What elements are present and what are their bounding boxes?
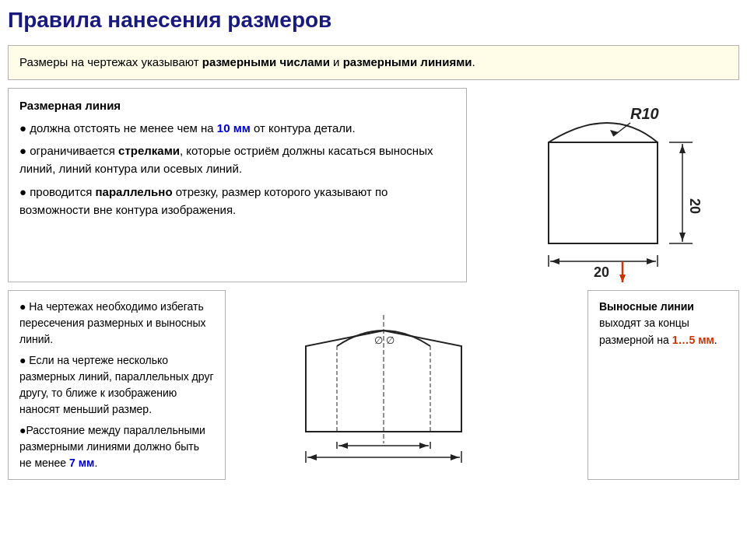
bottom-rule3: ●Расстояние между параллельными размерны… xyxy=(19,422,214,471)
svg-marker-29 xyxy=(339,443,348,449)
bottom-rule2: ● Если на чертеже несколько размерных ли… xyxy=(19,352,214,418)
bottom-rule1: ● На чертежах необходимо избегать пересе… xyxy=(19,299,214,348)
bottom-right-text: Выносные линии выходят за концы размерно… xyxy=(587,290,739,480)
intro-box: Размеры на чертежах указывают размерными… xyxy=(8,45,739,80)
svg-marker-3 xyxy=(610,130,619,136)
rules-box: Размерная линия ● должна отстоять не мен… xyxy=(8,88,467,282)
top-diagram: R10 20 20 xyxy=(467,88,739,282)
svg-rect-0 xyxy=(549,142,658,243)
svg-marker-8 xyxy=(679,233,686,241)
page-title: Правила нанесения размеров xyxy=(8,8,739,36)
svg-text:∅: ∅ xyxy=(374,334,383,346)
svg-marker-17 xyxy=(619,275,626,282)
rule1: ● должна отстоять не менее чем на 10 мм … xyxy=(19,119,455,137)
svg-text:R10: R10 xyxy=(630,105,659,122)
svg-text:20: 20 xyxy=(687,198,703,214)
svg-marker-30 xyxy=(419,443,428,449)
svg-text:∅: ∅ xyxy=(386,334,395,346)
svg-marker-25 xyxy=(451,454,459,460)
bottom-left-text: ● На чертежах необходимо избегать пересе… xyxy=(8,290,226,480)
vynosnye-text: Выносные линии выходят за концы размерно… xyxy=(599,300,717,346)
rules-heading: Размерная линия xyxy=(19,96,455,114)
svg-marker-13 xyxy=(551,258,559,264)
svg-marker-14 xyxy=(647,258,655,264)
svg-text:20: 20 xyxy=(594,264,609,280)
rule3: ● проводится параллельно отрезку, размер… xyxy=(19,183,455,219)
svg-marker-7 xyxy=(679,145,686,153)
svg-marker-24 xyxy=(308,454,317,460)
intro-text: Размеры на чертежах указывают размерными… xyxy=(19,55,475,68)
rule2: ● ограничивается стрелками, которые остр… xyxy=(19,142,455,178)
bottom-center-diagram: ∅ ∅ xyxy=(233,290,580,480)
